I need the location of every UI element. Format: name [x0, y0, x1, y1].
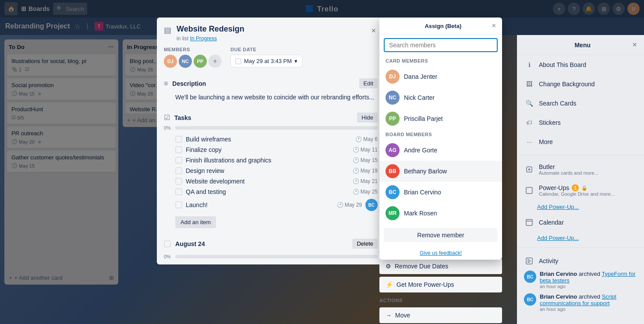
chevron-down-icon: ▾ — [294, 58, 297, 64]
list-link[interactable]: In Progress — [190, 35, 217, 42]
search-members-input[interactable] — [384, 38, 498, 52]
assign-popup: Assign (Beta) × CARD MEMBERS DJ Dana Jen… — [379, 18, 502, 260]
description-title: Description — [172, 80, 354, 87]
task-date: 🕐 May 15 — [353, 157, 378, 163]
task-date: 🕐 May 29 — [337, 202, 362, 208]
edit-description-button[interactable]: Edit — [359, 78, 378, 88]
task-checkbox[interactable] — [175, 167, 182, 174]
member-name: Nick Carter — [404, 94, 435, 101]
menu-item-about[interactable]: ℹ About This Board — [517, 55, 644, 74]
member-avatars: DJ NC PP + — [164, 55, 222, 68]
member-name: Bethany Barlow — [404, 168, 447, 175]
get-more-power-ups-button[interactable]: ⚡ Get More Power-Ups — [379, 277, 502, 292]
feedback-link[interactable]: Give us feedback! — [379, 247, 502, 260]
task-checkbox[interactable] — [175, 188, 182, 195]
member-avatar: BB — [386, 164, 400, 178]
tasks-icon: ☑ — [164, 113, 170, 122]
popup-member-brian[interactable]: BC Brian Cervino — [379, 182, 502, 203]
move-arrow-icon: → — [386, 312, 392, 319]
description-text: We'll be launching a new website to coin… — [164, 93, 378, 102]
menu-item-label: Stickers — [539, 119, 561, 126]
popup-title: Assign (Beta) — [394, 23, 492, 29]
description-section: ≡ Description Edit We'll be launching a … — [157, 73, 385, 107]
progress-bar — [175, 126, 378, 130]
powerups-count: 1 — [572, 184, 579, 191]
popup-header: Assign (Beta) × — [379, 18, 502, 35]
task-item: Finish illustrations and graphics 🕐 May … — [175, 155, 378, 166]
popup-member-mark[interactable]: MR Mark Rosen — [379, 203, 502, 224]
member-avatar: MR — [386, 206, 400, 220]
due-date-checkbox[interactable] — [235, 58, 241, 64]
activity-avatar: BC — [524, 293, 536, 306]
task-checkbox[interactable] — [175, 136, 182, 143]
popup-member-nick[interactable]: NC Nick Carter — [379, 87, 502, 108]
menu-item-more[interactable]: ··· More — [517, 132, 644, 151]
modal-title: Website Redesign — [177, 25, 364, 34]
right-menu: Menu × ℹ About This Board 🖼 Change Backg… — [517, 35, 644, 324]
menu-item-butler[interactable]: Butler Automate cards and more... — [517, 159, 644, 180]
remove-due-dates-button[interactable]: ⚙ Remove Due Dates — [379, 258, 502, 274]
hide-checklist-button[interactable]: Hide — [357, 113, 378, 123]
powerups-icon — [524, 185, 534, 196]
calendar-label: Calendar — [539, 219, 564, 226]
gear-icon: ⚙ — [386, 263, 391, 270]
task-item: Launch! 🕐 May 29 BC — [175, 197, 378, 213]
activity-icon — [524, 256, 534, 266]
avatar[interactable]: NC — [179, 55, 192, 68]
search-icon: 🔍 — [524, 98, 534, 109]
powerups-sub: Calendar, Google Drive and more... — [539, 191, 637, 197]
section2-header: August 24 Delete — [157, 233, 385, 254]
menu-item-label: More — [539, 138, 553, 145]
menu-item-powerups[interactable]: Power-Ups 1 🔒 Calendar, Google Drive and… — [517, 180, 644, 201]
add-powerup-2[interactable]: Add Power-Up... — [517, 232, 644, 244]
task-checkbox[interactable] — [175, 178, 182, 185]
popup-member-andre[interactable]: AG Andre Gorte — [379, 140, 502, 161]
menu-item-calendar[interactable]: Calendar — [517, 213, 644, 232]
due-date-badge[interactable]: May 29 at 3:43 PM ▾ — [230, 55, 302, 67]
add-member-button[interactable]: + — [209, 55, 222, 68]
add-powerup-1[interactable]: Add Power-Up... — [517, 201, 644, 213]
stickers-icon: 🏷 — [524, 117, 534, 128]
activity-item: BC Brian Cervino archived Script communi… — [524, 293, 637, 312]
menu-title: Menu — [533, 42, 632, 49]
butler-icon — [524, 164, 534, 175]
remove-member-button[interactable]: Remove member — [384, 228, 498, 242]
board-members-label: BOARD MEMBERS — [379, 129, 502, 140]
member-name: Mark Rosen — [404, 210, 437, 217]
modal-close-button[interactable]: × — [369, 25, 378, 37]
section2-progress: 0% — [164, 254, 171, 259]
task-checkbox[interactable] — [175, 201, 182, 208]
modal-subtitle: in list In Progress — [177, 35, 364, 42]
member-avatar: AG — [386, 143, 400, 157]
power-up-icon: ⚡ — [386, 281, 393, 288]
add-item-button[interactable]: Add an item — [175, 216, 216, 228]
menu-item-stickers[interactable]: 🏷 Stickers — [517, 113, 644, 132]
about-icon: ℹ — [524, 60, 534, 70]
task-checkbox[interactable] — [175, 157, 182, 164]
popup-member-dana[interactable]: DJ Dana Jenter — [379, 66, 502, 87]
progress-area: 0% — [164, 125, 378, 134]
menu-close-button[interactable]: × — [632, 40, 637, 49]
delete-button[interactable]: Delete — [352, 239, 378, 249]
popup-close-button[interactable]: × — [492, 22, 496, 30]
avatar[interactable]: DJ — [164, 55, 177, 68]
task-item: Website development 🕐 May 21 — [175, 176, 378, 187]
activity-label: Activity — [539, 257, 558, 264]
task-date: 🕐 May 11 — [353, 147, 378, 153]
powerups-label: Power-Ups — [539, 184, 569, 191]
menu-item-label: Change Background — [539, 81, 595, 88]
avatar[interactable]: PP — [194, 55, 207, 68]
section2-progress-bar — [175, 255, 378, 258]
task-avatar: BC — [365, 199, 378, 211]
task-checkbox[interactable] — [175, 146, 182, 153]
popup-member-bethany[interactable]: BB Bethany Barlow — [379, 161, 502, 182]
section2-checkbox[interactable] — [164, 240, 171, 247]
menu-item-background[interactable]: 🖼 Change Background — [517, 74, 644, 94]
actions-label: ACTIONS — [379, 295, 502, 306]
activity-avatar: BC — [524, 271, 536, 283]
task-item: Design review 🕐 May 19 — [175, 166, 378, 176]
move-button[interactable]: → Move — [379, 307, 502, 323]
menu-item-search[interactable]: 🔍 Search Cards — [517, 94, 644, 113]
modal-meta: MEMBERS DJ NC PP + DUE DATE May 29 at 3:… — [157, 42, 385, 73]
popup-member-priscilla[interactable]: PP Priscilla Parjet — [379, 108, 502, 129]
